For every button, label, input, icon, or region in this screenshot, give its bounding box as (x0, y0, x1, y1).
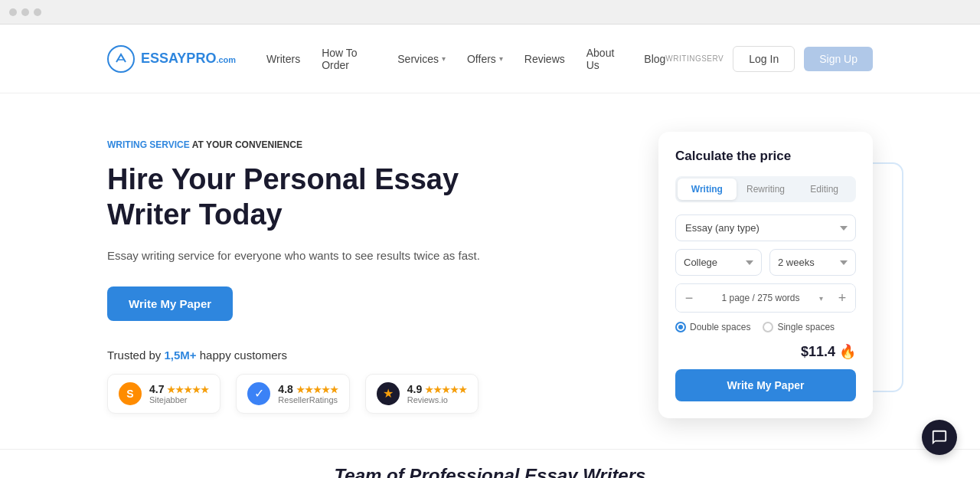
single-spaces-radio[interactable] (763, 322, 773, 332)
level-deadline-row: College High School University Master's … (675, 249, 856, 276)
price-value: $11.4 (801, 344, 835, 359)
spacing-row: Double spaces Single spaces (675, 322, 856, 332)
deadline-select[interactable]: 2 weeks 6 hours 12 hours 24 hours 3 days… (769, 249, 856, 276)
sitejabber-info: 4.7 ★★★★★ Sitejabber (149, 383, 209, 404)
reviews-name: Reviews.io (407, 395, 467, 404)
rating-reviews: ★ 4.9 ★★★★★ Reviews.io (365, 374, 479, 414)
price-display: $11.4 🔥 (675, 343, 856, 360)
calc-tabs: Writing Rewriting Editing (675, 176, 856, 202)
logo-icon (107, 45, 135, 73)
header-right: WRITINGSERV Log In Sign Up (665, 46, 873, 72)
hero-content: WRITING SERVICE AT YOUR CONVENIENCE Hire… (107, 132, 628, 414)
carousel-right-arrow[interactable]: › (898, 474, 903, 478)
browser-dot-1 (9, 8, 17, 16)
chat-icon (931, 429, 948, 446)
single-spaces-label: Single spaces (777, 322, 835, 332)
carousel-left-arrow[interactable]: ‹ (77, 474, 82, 478)
bottom-section: Team of Professional Essay Writers (0, 449, 980, 478)
nav-blog[interactable]: Blog (644, 53, 665, 65)
rating-sitejabber: S 4.7 ★★★★★ Sitejabber (107, 374, 220, 414)
tab-rewriting[interactable]: Rewriting (737, 178, 795, 200)
reviews-icon: ★ (377, 382, 400, 405)
signup-button[interactable]: Sign Up (804, 47, 873, 71)
level-select[interactable]: College High School University Master's … (675, 249, 762, 276)
hero-cta-button[interactable]: Write My Paper (107, 286, 233, 321)
bottom-title: Team of Professional Essay Writers (107, 465, 873, 478)
sitejabber-icon: S (119, 382, 142, 405)
hero-tag: WRITING SERVICE AT YOUR CONVENIENCE (107, 139, 628, 150)
nav-offers[interactable]: Offers ▾ (467, 53, 503, 65)
essay-type-select[interactable]: Essay (any type) Research Paper Term Pap… (675, 214, 856, 241)
services-chevron-icon: ▾ (442, 54, 446, 63)
pages-label: 1 page / 275 words (702, 288, 819, 308)
reseller-icon: ✓ (247, 382, 270, 405)
nav-how-to-order[interactable]: How To Order (322, 47, 376, 71)
hero-tag-normal: AT YOUR CONVENIENCE (192, 139, 302, 150)
nav-writers[interactable]: Writers (266, 53, 300, 65)
writing-serv-badge: WRITINGSERV (665, 54, 724, 63)
reseller-info: 4.8 ★★★★★ ResellerRatings (278, 383, 338, 404)
trust-count: 1,5M+ (164, 349, 196, 362)
hero-tag-highlight: WRITING SERVICE (107, 139, 190, 150)
calc-cta-button[interactable]: Write My Paper (675, 369, 856, 401)
double-spaces-radio[interactable] (675, 322, 686, 332)
calc-title: Calculate the price (675, 149, 856, 164)
browser-dot-3 (34, 8, 41, 16)
tab-writing[interactable]: Writing (678, 178, 737, 200)
browser-chrome (0, 0, 980, 25)
calculator-card: Calculate the price Writing Rewriting Ed… (658, 132, 873, 418)
reseller-score: 4.8 ★★★★★ (278, 383, 338, 395)
pages-row: − 1 page / 275 words ▾ + (675, 283, 856, 313)
fire-icon: 🔥 (839, 344, 856, 359)
reseller-name: ResellerRatings (278, 395, 338, 404)
reviews-info: 4.9 ★★★★★ Reviews.io (407, 383, 467, 404)
hero-title: Hire Your Personal Essay Writer Today (107, 162, 628, 232)
sitejabber-name: Sitejabber (149, 395, 209, 404)
hero-subtitle: Essay writing service for everyone who w… (107, 247, 628, 265)
page: ESSAYPRO.com Writers How To Order Servic… (0, 25, 980, 478)
nav: Writers How To Order Services ▾ Offers ▾… (266, 47, 665, 71)
reviews-score: 4.9 ★★★★★ (407, 383, 467, 395)
pages-plus-button[interactable]: + (829, 284, 855, 312)
chat-button[interactable] (922, 420, 957, 455)
ratings-container: S 4.7 ★★★★★ Sitejabber ✓ 4.8 ★★★★★ Resel… (107, 374, 628, 414)
double-spaces-label: Double spaces (690, 322, 750, 332)
sitejabber-score: 4.7 ★★★★★ (149, 383, 209, 395)
browser-dot-2 (21, 8, 29, 16)
logo[interactable]: ESSAYPRO.com (107, 45, 236, 73)
logo-text: ESSAYPRO.com (141, 51, 236, 67)
hero-section: WRITING SERVICE AT YOUR CONVENIENCE Hire… (0, 93, 980, 449)
pages-minus-button[interactable]: − (676, 284, 702, 312)
login-button[interactable]: Log In (733, 46, 795, 72)
pages-chevron-icon[interactable]: ▾ (819, 294, 829, 303)
header: ESSAYPRO.com Writers How To Order Servic… (0, 25, 980, 93)
trust-section: Trusted by 1,5M+ happy customers S 4.7 ★… (107, 349, 628, 414)
nav-about-us[interactable]: About Us (586, 47, 623, 71)
rating-reseller: ✓ 4.8 ★★★★★ ResellerRatings (236, 374, 349, 414)
nav-reviews[interactable]: Reviews (524, 53, 565, 65)
double-spaces-option[interactable]: Double spaces (675, 322, 750, 332)
tab-editing[interactable]: Editing (795, 178, 854, 200)
trust-text: Trusted by 1,5M+ happy customers (107, 349, 628, 362)
single-spaces-option[interactable]: Single spaces (763, 322, 835, 332)
nav-services[interactable]: Services ▾ (397, 53, 446, 65)
offers-chevron-icon: ▾ (499, 54, 503, 63)
